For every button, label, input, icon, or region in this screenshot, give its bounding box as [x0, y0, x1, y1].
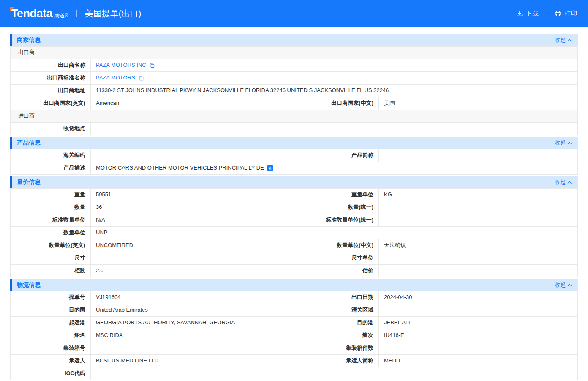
logo-text: Tendata — [11, 8, 52, 19]
logo-cn-text: 腾道® — [54, 12, 68, 19]
field-value: American — [91, 97, 294, 110]
exporter-std-name-link[interactable]: PAZA MOTORS — [96, 74, 135, 82]
section-header-quantity-price: 量价信息 收起 — [10, 176, 578, 188]
field-label: 出口商名称 — [11, 59, 91, 72]
field-label: 数量单位 — [11, 227, 91, 239]
table-row-container: 集装箱号 集装箱件数 — [11, 342, 577, 355]
tendata-logo[interactable]: Tendata 腾道® — [11, 8, 68, 19]
field-label: 数量单位(中文) — [294, 239, 379, 252]
section-title: 物流信息 — [17, 281, 41, 289]
table-row-exporter-std-name: 出口商标准名称 PAZA MOTORS — [11, 72, 577, 85]
collapse-toggle-logistics[interactable]: 收起 — [555, 281, 572, 289]
bill-detail-page: 商家信息 收起 出口商 出口商名称 PAZA MOTORS INC 出口商标准名… — [0, 27, 588, 380]
table-row-exporter-country: 出口商国家(英文) American 出口商国家(中文) 美国 — [11, 97, 577, 110]
collapse-label: 收起 — [555, 139, 566, 147]
group-label-importer: 进口商 — [11, 110, 577, 123]
table-row-containers: 柜数 2.0 估价 — [11, 265, 577, 277]
field-value — [91, 367, 577, 380]
table-row-ports: 起运港 GEORGIA PORTS AUTHORITY, SAVANNAH, G… — [11, 317, 577, 329]
download-button[interactable]: 下载 — [516, 10, 539, 18]
section-header-product: 产品信息 收起 — [10, 137, 578, 149]
logistics-table: 提单号 VJ191604 出口日期 2024-04-30 目的国 United … — [10, 291, 578, 380]
field-label: 标准数量单位(统一) — [294, 214, 379, 227]
field-label: 承运人 — [11, 355, 91, 367]
field-label: 重量单位 — [294, 189, 379, 201]
collapse-toggle-quantity-price[interactable]: 收起 — [555, 178, 572, 186]
print-label: 打印 — [564, 10, 577, 18]
field-value — [91, 123, 577, 135]
field-label: 数量单位(英文) — [11, 239, 91, 252]
product-desc-text: MOTOR CARS AND OTHER MOTOR VEHICLES PRIN… — [96, 164, 264, 172]
field-label: 清关区域 — [294, 304, 379, 317]
section-title: 商家信息 — [17, 36, 41, 44]
table-row-qty-unit: 数量单位 UNP — [11, 227, 577, 239]
field-value: 无法确认 — [379, 239, 577, 252]
field-label: 出口商国家(中文) — [294, 97, 379, 110]
field-value — [379, 252, 577, 265]
field-value — [91, 342, 294, 355]
field-label: 承运人简称 — [294, 355, 379, 367]
section-title: 产品信息 — [17, 139, 41, 147]
field-value: 36 — [91, 201, 294, 214]
chevron-up-icon — [567, 181, 572, 184]
field-label: 航次 — [294, 329, 379, 342]
collapse-toggle-product[interactable]: 收起 — [555, 139, 572, 147]
section-quantity-price: 量价信息 收起 重量 59551 重量单位 KG 数量 36 数量(统一) 标准… — [10, 176, 578, 277]
exporter-name-link[interactable]: PAZA MOTORS INC — [96, 62, 146, 69]
field-label: 柜数 — [11, 265, 91, 277]
field-value: IU416-E — [379, 329, 577, 342]
field-label: 尺寸单位 — [294, 252, 379, 265]
field-label: 出口商标准名称 — [11, 72, 91, 85]
field-value: JEBEL ALI — [379, 317, 577, 329]
table-row-qty-unit-lang: 数量单位(英文) UNCOMFIRED 数量单位(中文) 无法确认 — [11, 239, 577, 252]
translate-icon[interactable]: A — [267, 165, 273, 171]
field-label: 起运港 — [11, 317, 91, 329]
table-row-product-desc: 产品描述 MOTOR CARS AND OTHER MOTOR VEHICLES… — [11, 162, 577, 175]
field-label: 船名 — [11, 329, 91, 342]
print-icon — [555, 10, 561, 17]
app-header: Tendata 腾道® 美国提单(出口) 下载 打印 — [0, 0, 588, 27]
table-row-exporter-address: 出口商地址 11330-2 ST JOHNS INDUSTRIAL PKWY N… — [11, 85, 577, 97]
field-value: PAZA MOTORS INC — [91, 59, 577, 72]
field-label: 数量(统一) — [294, 201, 379, 214]
chevron-up-icon — [567, 284, 572, 287]
field-value: BCSL US-MED LINE LTD. — [91, 355, 294, 367]
section-logistics: 物流信息 收起 提单号 VJ191604 出口日期 2024-04-30 目的国… — [10, 279, 578, 380]
field-value: GEORGIA PORTS AUTHORITY, SAVANNAH, GEORG… — [91, 317, 294, 329]
field-label: 产品描述 — [11, 162, 91, 175]
field-value: UNP — [91, 227, 577, 239]
field-value: MOTOR CARS AND OTHER MOTOR VEHICLES PRIN… — [91, 162, 577, 175]
copy-icon[interactable] — [149, 63, 155, 68]
merchant-table: 出口商 出口商名称 PAZA MOTORS INC 出口商标准名称 PAZA M… — [10, 46, 578, 135]
field-label: 出口商国家(英文) — [11, 97, 91, 110]
field-label: 目的港 — [294, 317, 379, 329]
group-label-exporter: 出口商 — [11, 47, 577, 59]
field-value — [379, 304, 577, 317]
field-label: 数量 — [11, 201, 91, 214]
field-value: 2.0 — [91, 265, 294, 277]
table-row-weight: 重量 59551 重量单位 KG — [11, 189, 577, 201]
svg-text:A: A — [269, 166, 272, 170]
copy-icon[interactable] — [138, 75, 144, 81]
collapse-toggle-merchant[interactable]: 收起 — [555, 36, 572, 44]
page-title: 美国提单(出口) — [85, 8, 141, 19]
table-row-dest-country: 目的国 United Arab Emirates 清关区域 — [11, 304, 577, 317]
field-value: KG — [379, 189, 577, 201]
field-label: 集装箱件数 — [294, 342, 379, 355]
field-label: 出口商地址 — [11, 85, 91, 97]
table-row-exporter-name: 出口商名称 PAZA MOTORS INC — [11, 59, 577, 72]
group-row-importer: 进口商 — [11, 110, 577, 123]
field-value: VJ191604 — [91, 291, 294, 304]
print-button[interactable]: 打印 — [555, 10, 577, 18]
field-value — [379, 201, 577, 214]
collapse-label: 收起 — [555, 281, 566, 289]
table-row-vessel: 船名 MSC RIDA 航次 IU416-E — [11, 329, 577, 342]
field-value: N/A — [91, 214, 294, 227]
table-row-quantity: 数量 36 数量(统一) — [11, 201, 577, 214]
field-value — [379, 342, 577, 355]
download-label: 下载 — [526, 10, 539, 18]
field-value: UNCOMFIRED — [91, 239, 294, 252]
table-row-hs-code: 海关编码 产品简称 — [11, 149, 577, 162]
field-label: 收货地点 — [11, 123, 91, 135]
table-row-receipt-place: 收货地点 — [11, 123, 577, 135]
